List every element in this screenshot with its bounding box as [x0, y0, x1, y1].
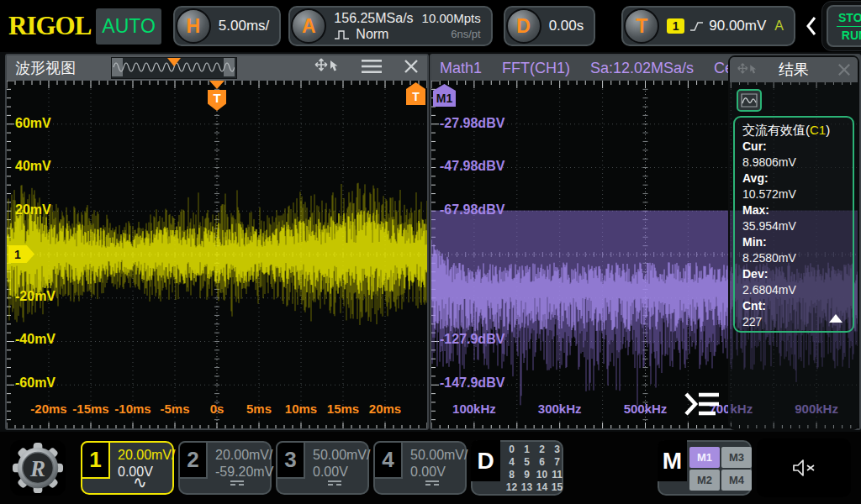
- result-row: Avg:10.572mV: [742, 171, 845, 202]
- coupling-dc-icon: [230, 480, 244, 489]
- channel-number: 3: [276, 441, 305, 479]
- run-control-group: STOP RUN 测量: [821, 1, 861, 51]
- display-area: 波形视图: [0, 52, 861, 432]
- sound-mute-button[interactable]: [757, 438, 851, 497]
- waveform-view-panel: 波形视图: [5, 54, 429, 430]
- rigol-menu-button[interactable]: R: [10, 440, 66, 496]
- result-label: Min:: [742, 234, 845, 250]
- wave-x-label: -10ms: [114, 402, 151, 416]
- acquisition-settings-button[interactable]: A 156.25MSa/s Norm 10.00Mpts 6ns/pt: [288, 6, 492, 46]
- trigger-position-marker[interactable]: T: [208, 81, 226, 111]
- trigger-source-badge: 1: [667, 18, 684, 34]
- rigol-logo: RIGOL: [8, 11, 91, 41]
- measurement-waveform-icon: [741, 93, 758, 108]
- results-panel-header[interactable]: 结果: [730, 57, 858, 82]
- fft-x-label: 500kHz: [624, 402, 668, 416]
- math-item-m3[interactable]: M3: [721, 447, 752, 468]
- measurement-result-box[interactable]: 交流有效值(C1) Cur:8.9806mVAvg:10.572mVMax:35…: [733, 116, 854, 333]
- channel-2-button[interactable]: 220.00mV/-59.20mV: [178, 441, 272, 495]
- delay-icon: D: [506, 8, 541, 44]
- results-panel-title: 结果: [779, 60, 809, 80]
- fft-y-label: -127.9dBV: [440, 332, 504, 347]
- wave-y-label: 20mV: [15, 202, 51, 218]
- channel-number: 4: [373, 441, 403, 479]
- fft-y-label: -27.98dBV: [440, 116, 504, 131]
- move-window-icon[interactable]: [314, 57, 340, 79]
- digital-channel-label: 6: [535, 456, 549, 469]
- wave-y-label: -40mV: [15, 332, 55, 347]
- wave-x-label: 10ms: [285, 402, 317, 416]
- trigger-settings-button[interactable]: T 1 90.00mV A: [621, 6, 795, 46]
- close-icon[interactable]: [404, 59, 419, 77]
- trigger-position-arrow: [209, 81, 224, 89]
- pulse-icon: [334, 29, 351, 40]
- wave-panel-header-icons: [314, 57, 419, 79]
- trigger-position-badge: T: [208, 90, 226, 111]
- result-label: Dev:: [742, 266, 845, 282]
- result-label: Avg:: [742, 171, 845, 186]
- channel-offset: 0.00V: [313, 465, 348, 480]
- results-tab-icon[interactable]: [737, 89, 762, 112]
- result-value: 35.954mV: [742, 218, 845, 234]
- digital-channel-grid: 0123456789101112131415: [504, 444, 564, 494]
- trigger-icon: T: [624, 8, 659, 44]
- digital-channel-label: 3: [550, 444, 564, 456]
- results-close-icon[interactable]: [837, 63, 851, 76]
- rising-edge-icon: [689, 19, 704, 34]
- digital-channel-label: 4: [504, 456, 519, 469]
- result-value: 10.572mV: [742, 186, 845, 202]
- math-item-m4[interactable]: M4: [721, 470, 752, 491]
- acquisition-icon: A: [291, 8, 326, 44]
- gear-logo-icon: R: [12, 442, 64, 494]
- fft-x-label: 300kHz: [538, 402, 582, 416]
- wave-x-label: 0s: [210, 402, 224, 416]
- math-function-label: FFT(CH1): [502, 60, 570, 77]
- collapse-triangle-icon[interactable]: [829, 314, 843, 323]
- wave-y-label: 60mV: [15, 116, 51, 131]
- math-item-m2[interactable]: M2: [689, 470, 720, 491]
- measurement-source: C1: [810, 123, 826, 137]
- digital-channel-label: 15: [550, 481, 564, 494]
- math-channels-button[interactable]: M M1M3M2M4: [658, 440, 752, 496]
- horizontal-settings-button[interactable]: H 5.00ms/: [173, 6, 281, 46]
- auto-trigger-indicator[interactable]: AUTO: [96, 8, 161, 45]
- channel-buttons-row: 120.00mV/0.00V220.00mV/-59.20mV350.00mV/…: [81, 441, 467, 495]
- stop-run-button[interactable]: STOP RUN: [827, 5, 861, 47]
- result-value: 2.6804mV: [742, 282, 845, 298]
- channel-number: 2: [178, 441, 208, 479]
- menu-icon[interactable]: [362, 59, 382, 77]
- delay-value: 0.00s: [549, 18, 584, 34]
- sample-rate-value: 156.25MSa/s: [334, 10, 413, 26]
- acquisition-left-column: 156.25MSa/s Norm: [334, 10, 413, 42]
- fft-x-label: 100kHz: [452, 402, 496, 416]
- wave-x-label: -15ms: [72, 402, 108, 416]
- channel-scale: 50.00mV/: [313, 448, 370, 463]
- digital-channel-label: 7: [550, 456, 564, 469]
- speaker-muted-icon: [791, 458, 816, 478]
- channel-1-button[interactable]: 120.00mV/0.00V: [81, 441, 174, 495]
- fft-y-label: -47.98dBV: [440, 159, 504, 174]
- result-value: 8.2580mV: [742, 250, 845, 266]
- digital-channels-button[interactable]: D 0123456789101112131415: [471, 440, 563, 496]
- trigger-sweep-mode: A: [774, 18, 784, 34]
- fft-sample-rate-label: Sa:12.02MSa/s: [590, 60, 694, 77]
- math-source-label: Math1: [440, 60, 482, 77]
- math-item-m1[interactable]: M1: [689, 447, 720, 468]
- wave-x-label: 5ms: [246, 402, 272, 416]
- coupling-ac-icon: [133, 477, 147, 487]
- channel-3-button[interactable]: 350.00mV/0.00V: [276, 441, 369, 495]
- time-per-point-value: 6ns/pt: [451, 26, 480, 42]
- digital-channel-label: 1: [520, 444, 534, 456]
- expand-menu-icon[interactable]: [684, 388, 721, 423]
- digital-channel-label: 5: [520, 456, 534, 469]
- channel-scale: 50.00mV/: [410, 448, 467, 463]
- waveform-preview-strip[interactable]: [111, 57, 237, 79]
- horizontal-letter: H: [187, 15, 201, 38]
- run-label: RUN: [842, 29, 861, 42]
- delay-settings-button[interactable]: D 0.00s: [504, 6, 596, 46]
- preview-position-marker[interactable]: [167, 58, 181, 66]
- results-panel: 结果 交流有效值(C1) Cur:8.9806mVAvg:10.572mVMax…: [728, 55, 859, 430]
- chevron-left-icon[interactable]: [806, 16, 816, 36]
- channel-4-button[interactable]: 450.00mV/0.00V: [373, 441, 467, 495]
- results-move-icon[interactable]: [737, 62, 758, 77]
